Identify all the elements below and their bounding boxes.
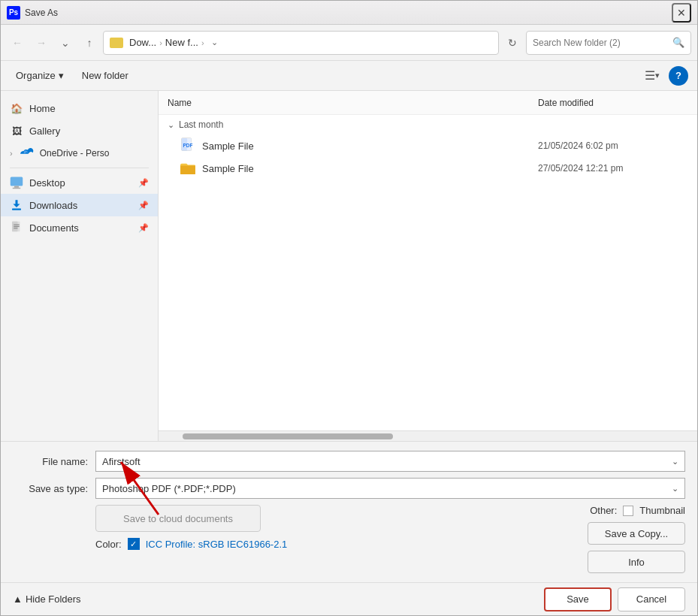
svg-rect-1	[14, 186, 19, 188]
file-row[interactable]: Sample File 27/05/2024 12:21 pm	[159, 157, 697, 180]
search-bar: 🔍	[526, 31, 691, 55]
hide-folders-button[interactable]: ▲ Hide Folders	[13, 593, 81, 605]
breadcrumb-sep1: ›	[159, 38, 162, 47]
pin-icon-documents: 📌	[138, 223, 149, 233]
col-date-header: Date modified	[538, 98, 688, 108]
breadcrumb-part1: Dow...	[129, 37, 156, 48]
svg-rect-12	[182, 138, 187, 151]
main-area: 🏠 Home 🖼 Gallery › OneDrive - Perso	[1, 91, 697, 441]
search-icon: 🔍	[672, 37, 684, 48]
breadcrumb-dropdown[interactable]: ⌄	[207, 35, 222, 50]
save-button[interactable]: Save	[544, 587, 612, 611]
sidebar-item-gallery[interactable]: 🖼 Gallery	[1, 119, 158, 142]
bottom-form-area: File name: Afirstsoft ⌄ Save as type: Ph…	[1, 441, 697, 582]
icc-checkbox[interactable]: ✓	[128, 538, 140, 550]
expand-icon: ›	[10, 149, 13, 158]
file-row[interactable]: PDF Sample File 21/05/2024 6:02 pm	[159, 134, 697, 157]
onedrive-icon	[20, 146, 34, 160]
sidebar-item-home[interactable]: 🏠 Home	[1, 97, 158, 119]
horizontal-scrollbar[interactable]	[159, 430, 697, 441]
savetype-label: Save as type:	[13, 483, 95, 494]
savetype-input[interactable]: Photoshop PDF (*.PDF;*.PDP) ⌄	[95, 478, 685, 499]
col-name-header: Name	[168, 98, 538, 108]
help-button[interactable]: ?	[669, 66, 688, 86]
group-label: Last month	[179, 119, 223, 130]
refresh-button[interactable]: ↻	[502, 32, 523, 53]
sidebar-divider	[10, 168, 149, 168]
sidebar: 🏠 Home 🖼 Gallery › OneDrive - Perso	[1, 91, 159, 441]
filename-row: File name: Afirstsoft ⌄	[13, 451, 685, 472]
color-row: Color: ✓ ICC Profile: sRGB IEC61966-2.1	[95, 538, 576, 550]
folder-icon	[110, 38, 123, 48]
breadcrumb-part2: New f...	[165, 37, 198, 48]
up-button[interactable]: ↑	[79, 32, 100, 53]
group-chevron-icon: ⌄	[168, 120, 174, 130]
filename-label: File name:	[13, 456, 95, 467]
other-label: Other:	[590, 505, 617, 516]
home-icon: 🏠	[10, 101, 23, 115]
new-folder-button[interactable]: New folder	[76, 67, 134, 84]
dialog-title: Save As	[25, 8, 672, 18]
savetype-dropdown-arrow: ⌄	[672, 484, 678, 494]
dropdown-button[interactable]: ⌄	[55, 32, 76, 53]
desktop-icon	[10, 176, 23, 189]
breadcrumb[interactable]: Dow... › New f... › ⌄	[103, 31, 499, 55]
svg-rect-2	[13, 188, 21, 189]
toolbar: Organize ▾ New folder ☰ ▾ ?	[1, 61, 697, 91]
filename-input[interactable]: Afirstsoft ⌄	[95, 451, 685, 472]
forward-button[interactable]: →	[31, 32, 52, 53]
gallery-icon: 🖼	[10, 124, 23, 137]
form-left: Save to cloud documents Color: ✓ ICC Pro…	[13, 505, 576, 550]
info-button[interactable]: Info	[588, 551, 685, 573]
cancel-button[interactable]: Cancel	[618, 587, 685, 611]
color-label: Color:	[95, 539, 122, 550]
sidebar-item-downloads[interactable]: Downloads 📌	[1, 194, 158, 216]
cloud-save-button[interactable]: Save to cloud documents	[95, 505, 261, 532]
folder-file-icon	[180, 160, 196, 177]
file-list-header: Name Date modified	[159, 91, 697, 115]
save-copy-button[interactable]: Save a Copy...	[588, 522, 685, 545]
file-list-scroll: ⌄ Last month PDF Sample File 21/05/2	[159, 115, 697, 430]
title-bar: Ps Save As ✕	[1, 1, 697, 25]
group-header-last-month[interactable]: ⌄ Last month	[159, 115, 697, 134]
address-bar: ← → ⌄ ↑ Dow... › New f... › ⌄ ↻ 🔍	[1, 25, 697, 61]
file-date-1: 21/05/2024 6:02 pm	[538, 140, 688, 151]
savetype-row: Save as type: Photoshop PDF (*.PDF;*.PDP…	[13, 478, 685, 499]
file-date-2: 27/05/2024 12:21 pm	[538, 163, 688, 174]
sidebar-item-onedrive[interactable]: › OneDrive - Perso	[1, 142, 158, 165]
icc-profile-link[interactable]: ICC Profile: sRGB IEC61966-2.1	[146, 539, 288, 550]
svg-rect-0	[11, 177, 23, 186]
scrollbar-thumb	[183, 433, 393, 439]
close-button[interactable]: ✕	[672, 3, 691, 23]
ps-icon: Ps	[7, 6, 20, 20]
pin-icon-downloads: 📌	[138, 201, 149, 210]
pdf-file-icon: PDF	[180, 137, 196, 154]
documents-icon	[10, 221, 23, 234]
svg-rect-3	[12, 209, 21, 210]
form-right: Other: Thumbnail Save a Copy... Info	[588, 505, 685, 573]
organize-button[interactable]: Organize ▾	[10, 67, 70, 84]
view-options-button[interactable]: ☰ ▾	[642, 65, 663, 86]
back-button[interactable]: ←	[7, 32, 28, 53]
breadcrumb-sep2: ›	[201, 38, 204, 47]
footer: ▲ Hide Folders Save Cancel	[1, 582, 697, 615]
filename-dropdown-arrow: ⌄	[672, 457, 678, 467]
file-name-1: Sample File	[202, 140, 532, 152]
pin-icon-desktop: 📌	[138, 178, 149, 188]
other-row: Other: Thumbnail	[590, 505, 685, 516]
search-input[interactable]	[533, 38, 669, 48]
file-name-2: Sample File	[202, 163, 532, 174]
thumbnail-label: Thumbnail	[639, 505, 685, 516]
sidebar-item-desktop[interactable]: Desktop 📌	[1, 171, 158, 194]
file-list-area: Name Date modified ⌄ Last month PDF	[159, 91, 697, 441]
hide-folders-label: Hide Folders	[26, 593, 81, 605]
thumbnail-checkbox[interactable]	[623, 506, 633, 516]
downloads-icon	[10, 198, 23, 212]
hide-folders-arrow: ▲	[13, 593, 23, 605]
sidebar-item-documents[interactable]: Documents 📌	[1, 216, 158, 239]
form-actions: Save to cloud documents Color: ✓ ICC Pro…	[13, 505, 685, 573]
